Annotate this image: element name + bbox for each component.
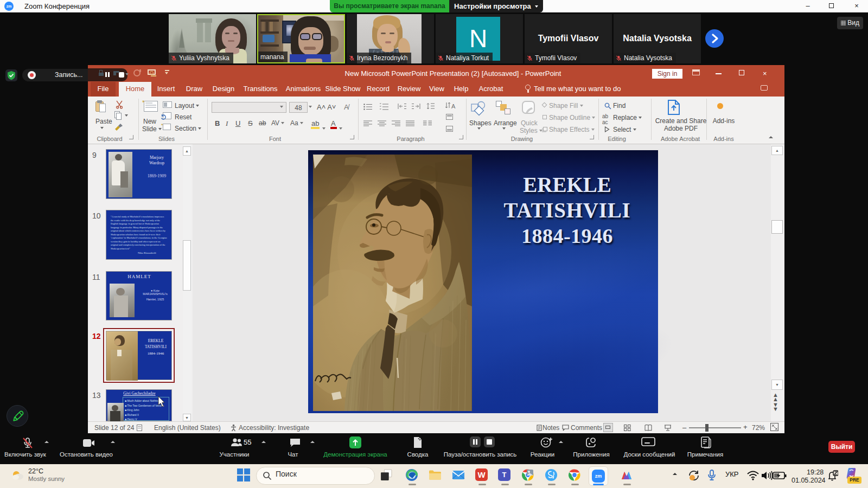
svg-text:A: A [451,103,456,110]
